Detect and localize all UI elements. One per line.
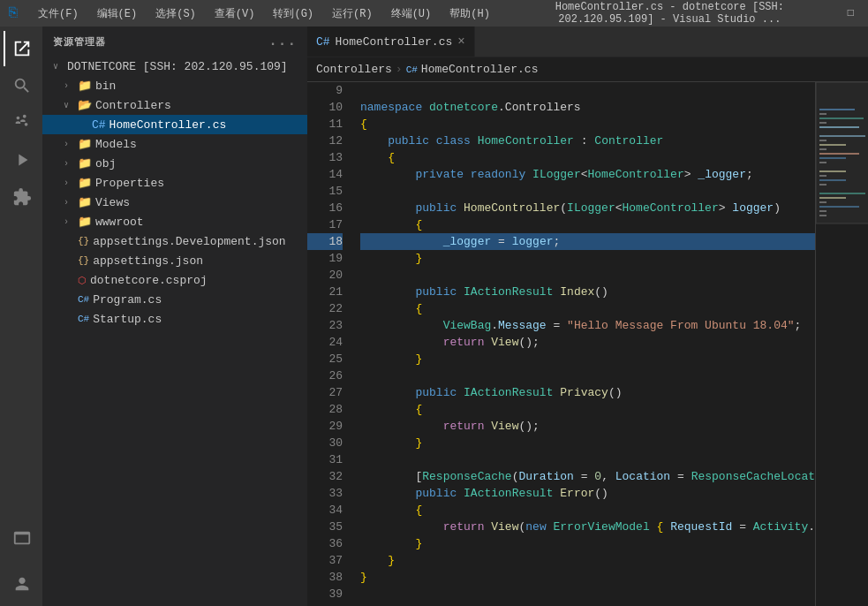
folder-icon-models: 📁 bbox=[78, 137, 92, 151]
controllers-arrow: ∨ bbox=[64, 100, 78, 110]
tree-item-obj[interactable]: › 📁 obj bbox=[42, 154, 307, 173]
code-line-15 bbox=[360, 183, 815, 200]
code-line-17: { bbox=[360, 216, 815, 233]
appsettings-arrow bbox=[64, 256, 78, 266]
json-file-icon: {} bbox=[78, 255, 89, 266]
obj-label: obj bbox=[95, 157, 116, 170]
tab-close-button[interactable]: × bbox=[457, 34, 464, 49]
minimap bbox=[815, 82, 868, 606]
code-line-23: ViewBag.Message = "Hello Message From Ub… bbox=[360, 317, 815, 334]
code-line-20 bbox=[360, 267, 815, 284]
code-line-29: return View(); bbox=[360, 418, 815, 435]
tree-item-controllers[interactable]: ∨ 📂 Controllers bbox=[42, 95, 307, 115]
tree-item-startup[interactable]: C# Startup.cs bbox=[42, 309, 307, 329]
tab-cs-icon: C# bbox=[316, 35, 330, 49]
extensions-activity-button[interactable] bbox=[4, 179, 39, 215]
tab-label: HomeController.cs bbox=[336, 35, 453, 49]
tab-bar: C# HomeController.cs × bbox=[307, 27, 868, 57]
minimap-svg bbox=[816, 82, 868, 606]
folder-icon-props: 📁 bbox=[78, 176, 92, 190]
menu-edit[interactable]: 编辑(E) bbox=[90, 4, 145, 23]
sidebar: 资源管理器 ... ∨ DOTNETCORE [SSH: 202.120.95.… bbox=[42, 27, 307, 606]
startup-arrow bbox=[64, 314, 78, 324]
appsettings-label: appsettings.json bbox=[93, 254, 203, 268]
folder-icon: 📁 bbox=[78, 79, 92, 93]
code-line-38: } bbox=[360, 569, 815, 586]
menu-goto[interactable]: 转到(G) bbox=[266, 4, 321, 23]
tree-item-wwwroot[interactable]: › 📁 wwwroot bbox=[42, 212, 307, 231]
run-debug-activity-button[interactable] bbox=[4, 142, 39, 178]
obj-arrow: › bbox=[64, 159, 78, 169]
code-line-22: { bbox=[360, 300, 815, 317]
menu-help[interactable]: 帮助(H) bbox=[442, 4, 497, 23]
appsettings-dev-arrow bbox=[64, 237, 78, 246]
tree-item-models[interactable]: › 📁 Models bbox=[42, 134, 307, 154]
explorer-activity-button[interactable] bbox=[4, 31, 39, 66]
code-content[interactable]: namespace dotnetcore.Controllers{ public… bbox=[351, 82, 815, 606]
code-line-26 bbox=[360, 367, 815, 384]
code-line-25: } bbox=[360, 351, 815, 367]
code-line-24: return View(); bbox=[360, 334, 815, 351]
code-line-37: } bbox=[360, 552, 815, 569]
code-line-32: [ResponseCache(Duration = 0, Location = … bbox=[360, 468, 815, 485]
tree-item-appsettings[interactable]: {} appsettings.json bbox=[42, 251, 307, 270]
properties-label: Properties bbox=[95, 177, 164, 190]
tree-item-homecontroller[interactable]: C# HomeController.cs bbox=[42, 115, 307, 134]
tree-item-bin[interactable]: › 📁 bin bbox=[42, 76, 307, 95]
program-arrow bbox=[64, 295, 78, 305]
menu-view[interactable]: 查看(V) bbox=[208, 4, 262, 23]
csproj-icon: ⬡ bbox=[78, 275, 87, 286]
folder-icon-wwwroot: 📁 bbox=[78, 215, 92, 229]
appsettings-dev-label: appsettings.Development.json bbox=[93, 235, 285, 248]
models-arrow: › bbox=[64, 140, 78, 149]
menu-run[interactable]: 运行(R) bbox=[325, 4, 380, 23]
cs-program-icon: C# bbox=[78, 294, 89, 305]
tree-item-views[interactable]: › 📁 Views bbox=[42, 193, 307, 212]
code-line-36: } bbox=[360, 535, 815, 552]
code-line-28: { bbox=[360, 401, 815, 418]
code-line-13: { bbox=[360, 149, 815, 166]
breadcrumb-controllers[interactable]: Controllers bbox=[316, 63, 392, 76]
code-line-39 bbox=[360, 586, 815, 602]
code-line-30: } bbox=[360, 435, 815, 451]
remote-activity-button[interactable] bbox=[4, 520, 39, 556]
tree-item-program[interactable]: C# Program.cs bbox=[42, 290, 307, 309]
sidebar-menu-button[interactable]: ... bbox=[268, 34, 297, 49]
main-layout: 资源管理器 ... ∨ DOTNETCORE [SSH: 202.120.95.… bbox=[0, 27, 868, 606]
wwwroot-arrow: › bbox=[64, 217, 78, 227]
account-icon[interactable] bbox=[4, 566, 39, 602]
csproj-arrow bbox=[64, 276, 78, 285]
models-label: Models bbox=[95, 138, 137, 151]
tree-item-csproj[interactable]: ⬡ dotnetcore.csproj bbox=[42, 270, 307, 290]
menu-file[interactable]: 文件(F) bbox=[31, 4, 86, 23]
csproj-label: dotnetcore.csproj bbox=[90, 274, 208, 287]
sidebar-header: 资源管理器 ... bbox=[42, 27, 307, 57]
views-label: Views bbox=[95, 196, 130, 209]
svg-rect-23 bbox=[816, 82, 868, 223]
activity-bar bbox=[0, 27, 42, 606]
window-title: HomeController.cs - dotnetcore [SSH: 202… bbox=[506, 1, 834, 26]
sidebar-title: 资源管理器 bbox=[53, 35, 106, 49]
code-editor[interactable]: 9 10 11 12 13 14 15 16 17 18 19 20 21 22… bbox=[307, 82, 868, 606]
window-maximize[interactable]: □ bbox=[842, 5, 859, 21]
breadcrumb-cs-icon: C# bbox=[406, 64, 418, 75]
bin-label: bin bbox=[95, 80, 116, 93]
program-label: Program.cs bbox=[93, 293, 162, 307]
tree-item-appsettings-dev[interactable]: {} appsettings.Development.json bbox=[42, 231, 307, 251]
tree-root-item[interactable]: ∨ DOTNETCORE [SSH: 202.120.95.109] bbox=[42, 57, 307, 76]
menu-terminal[interactable]: 终端(U) bbox=[384, 4, 439, 23]
file-tree: ∨ DOTNETCORE [SSH: 202.120.95.109] › 📁 b… bbox=[42, 57, 307, 606]
homecontroller-arrow bbox=[78, 120, 92, 130]
tree-item-properties[interactable]: › 📁 Properties bbox=[42, 173, 307, 193]
breadcrumb-file[interactable]: C# HomeController.cs bbox=[406, 63, 539, 76]
tab-homecontroller[interactable]: C# HomeController.cs × bbox=[307, 27, 475, 57]
root-arrow: ∨ bbox=[53, 61, 67, 72]
search-activity-button[interactable] bbox=[4, 68, 39, 103]
menu-select[interactable]: 选择(S) bbox=[148, 4, 203, 23]
code-line-11: { bbox=[360, 116, 815, 133]
source-control-activity-button[interactable] bbox=[4, 105, 39, 140]
folder-open-icon: 📂 bbox=[78, 98, 92, 112]
code-line-21: public IActionResult Index() bbox=[360, 284, 815, 300]
code-line-19: } bbox=[360, 250, 815, 267]
bin-arrow: › bbox=[64, 81, 78, 91]
